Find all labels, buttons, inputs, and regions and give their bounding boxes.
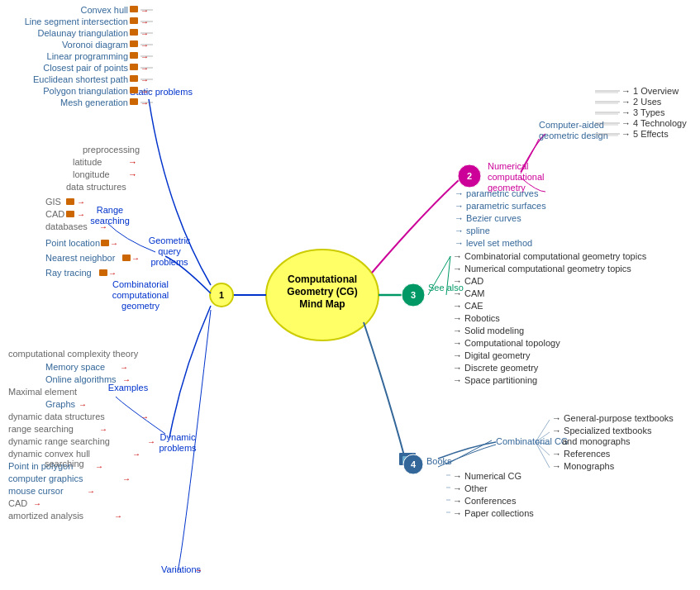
- s-euclidean: Euclidean shortest path: [33, 74, 128, 84]
- arr-s1: →: [140, 6, 149, 15]
- range-label: Range: [97, 205, 123, 215]
- ray-arr: →: [108, 269, 117, 278]
- svg-rect-16: [130, 29, 138, 36]
- paper-col: → Paper collections: [453, 508, 534, 518]
- item-spline: → spline: [455, 226, 490, 236]
- dds-arr: →: [140, 412, 149, 421]
- node2-label2: computational: [488, 172, 545, 182]
- rs-lon-arr: →: [128, 169, 137, 179]
- node4-number: 4: [411, 459, 417, 469]
- arr-s6: →: [140, 64, 149, 73]
- d-amort: amortized analysis: [8, 511, 84, 521]
- s-convex: Convex hull: [81, 5, 128, 15]
- dyn-label2: problems: [159, 443, 197, 453]
- rs-ds: data structures: [66, 182, 126, 192]
- cad-label1: Computer-aided: [539, 120, 604, 130]
- node1-label3: geometry: [121, 301, 160, 311]
- item-technology: → 4 Technology: [621, 118, 687, 128]
- center-title-1: Computational: [288, 274, 357, 285]
- cad2-arr: →: [33, 499, 41, 508]
- d-memspace: Memory space: [45, 362, 105, 372]
- item-levelset: → level set method: [455, 238, 532, 248]
- rs-cad: CAD: [45, 209, 64, 219]
- svg-rect-23: [66, 198, 74, 205]
- var-arr: →: [194, 565, 202, 574]
- drs-arr: →: [99, 425, 107, 434]
- sa-cad: → CAD: [453, 276, 483, 286]
- sa-comptopo: → Computational topology: [453, 338, 560, 348]
- svg-rect-17: [130, 40, 138, 47]
- other: → Other: [453, 483, 488, 493]
- svg-rect-19: [130, 64, 138, 70]
- sa-space: → Space partitioning: [453, 375, 537, 385]
- svg-rect-27: [99, 269, 107, 276]
- node1-label1: Combinatorial: [112, 279, 169, 289]
- gq-nearest: Nearest neighbor: [45, 253, 116, 263]
- mindmap: Computational Geometry (CG) Mind Map 2 N…: [0, 0, 700, 590]
- item-effects: → 5 Effects: [621, 129, 669, 139]
- s-mesh: Mesh generation: [60, 98, 128, 107]
- svg-rect-14: [130, 6, 138, 12]
- node3-number: 3: [411, 290, 416, 300]
- sa-cam: → CAM: [453, 288, 485, 298]
- s-lsi: Line segment intersection: [25, 17, 128, 26]
- item-overview: → 1 Overview: [621, 86, 679, 96]
- gq-pointloc: Point location: [45, 238, 100, 248]
- arr-s3: →: [140, 29, 149, 38]
- combcg-i1: → General-purpose textbooks: [552, 413, 674, 423]
- static-label: Static problems: [130, 87, 193, 97]
- rs-db: databases: [45, 221, 88, 231]
- item-uses: → 2 Uses: [621, 97, 662, 107]
- d-maxel: Maximal element: [8, 387, 77, 397]
- sa-discrete: → Discrete geometry: [453, 363, 539, 373]
- svg-rect-26: [122, 255, 131, 261]
- pl-arr: →: [110, 239, 118, 248]
- combcg-i3: → References: [552, 449, 611, 459]
- conferences: → Conferences: [453, 496, 517, 506]
- numcg: → Numerical CG: [453, 471, 521, 481]
- sa-digital: → Digital geometry: [453, 350, 531, 360]
- sa-solid: → Solid modeling: [453, 326, 524, 335]
- s-closest: Closest pair of points: [43, 63, 128, 73]
- center-title-3: Mind Map: [299, 298, 345, 310]
- item-pcurves: → parametric curves: [455, 188, 539, 198]
- sa-cae: → CAE: [453, 301, 483, 311]
- rs-lat-arr: →: [128, 157, 137, 167]
- combcg-i2: → Specialized textbooks: [552, 426, 652, 435]
- gqp-label1: Geometric: [149, 236, 191, 245]
- sa-item1: → Combinatorial computational geometry t…: [453, 251, 647, 261]
- gq-ray: Ray tracing: [45, 268, 92, 278]
- arr-s9: →: [140, 98, 149, 107]
- combcg-i2b: and monographs: [562, 436, 631, 446]
- arr-s5: →: [140, 52, 149, 61]
- s-linprog: Linear programming: [47, 51, 128, 61]
- rs-gis-arr: →: [77, 197, 85, 207]
- svg-rect-20: [130, 75, 138, 82]
- d-rangesearch: range searching: [8, 424, 74, 434]
- gqp-label3: problems: [150, 257, 188, 267]
- node1-number: 1: [219, 290, 224, 300]
- gqp-label2: query: [158, 246, 181, 256]
- range-label2: searching: [90, 216, 130, 226]
- d-compgraphics: computer graphics: [8, 473, 83, 483]
- d-dynrange: dynamic range searching: [8, 436, 110, 446]
- svg-rect-21: [130, 87, 138, 93]
- s-delaunay: Delaunay triangulation: [38, 28, 128, 38]
- svg-rect-24: [66, 211, 74, 217]
- cg2-arr: →: [122, 474, 131, 483]
- d-dynconvex: dynamic convex hull: [8, 449, 90, 459]
- drsa-arr: →: [147, 437, 155, 446]
- combcg-i4: → Monographs: [552, 461, 615, 471]
- rs-preprocess: preprocessing: [83, 145, 140, 155]
- item-types: → 3 Types: [621, 107, 665, 117]
- svg-rect-25: [101, 240, 109, 246]
- arr-s4: →: [140, 40, 149, 50]
- pip-arr: →: [95, 462, 103, 471]
- s-polytri: Polygon triangulation: [43, 86, 128, 96]
- d-online: Online algorithms: [45, 374, 117, 384]
- cct-label: computational complexity theory: [8, 349, 139, 359]
- d-graphs: Graphs: [45, 399, 76, 409]
- node2-number: 2: [467, 171, 472, 181]
- arr-s2: →: [140, 17, 149, 26]
- item-bezier: → Bezier curves: [455, 213, 521, 223]
